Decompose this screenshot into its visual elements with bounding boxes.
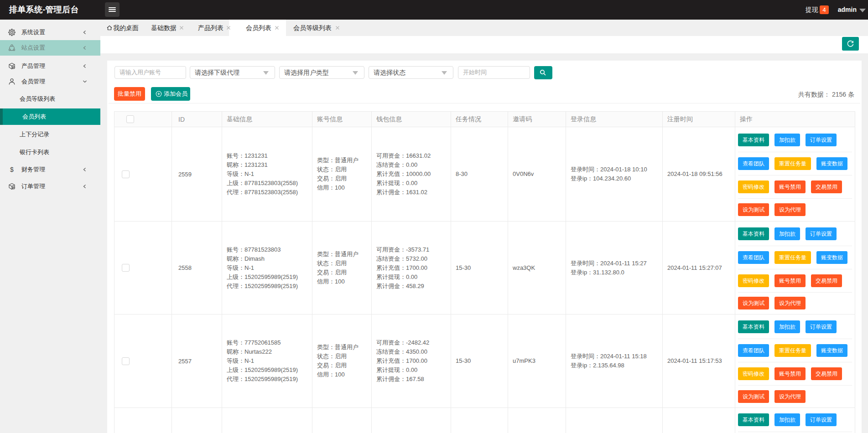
svg-text:$: $ xyxy=(10,166,14,173)
